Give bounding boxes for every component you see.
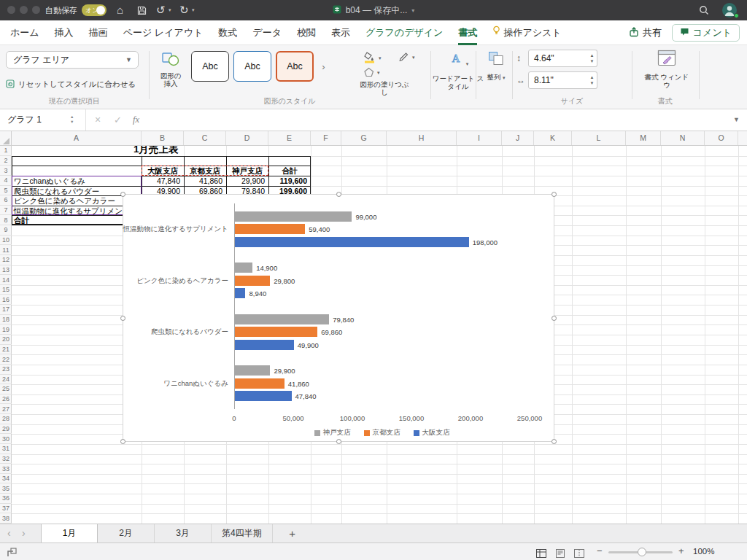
- column-header-C[interactable]: C: [184, 131, 226, 145]
- column-header-G[interactable]: G: [341, 131, 387, 145]
- zoom-button[interactable]: [32, 6, 40, 14]
- close-button[interactable]: [7, 6, 15, 14]
- tab-データ[interactable]: データ: [252, 20, 282, 45]
- row-header-31[interactable]: 31: [0, 444, 12, 454]
- select-all-corner[interactable]: [0, 131, 12, 146]
- row-header-9[interactable]: 9: [0, 225, 12, 236]
- shape-fill-button[interactable]: ▾: [363, 51, 382, 65]
- format-pane-button[interactable]: 書式 ウィンドウ: [636, 50, 697, 89]
- row-header-18[interactable]: 18: [0, 315, 12, 325]
- width-stepper[interactable]: ▲▼: [587, 71, 597, 89]
- tab-ページ レイアウト[interactable]: ページ レイアウト: [123, 20, 204, 45]
- column-header-N[interactable]: N: [661, 131, 705, 145]
- sheet-nav-next-icon[interactable]: ›: [22, 524, 26, 542]
- row-header-38[interactable]: 38: [0, 513, 12, 524]
- search-icon[interactable]: [699, 5, 709, 18]
- row-header-6[interactable]: 6: [0, 195, 12, 206]
- tab-挿入[interactable]: 挿入: [55, 20, 74, 45]
- undo-icon[interactable]: ↺: [156, 3, 166, 18]
- bar-神戸支店[interactable]: [235, 262, 252, 273]
- shape-outline-button[interactable]: ▾: [398, 51, 415, 63]
- row-header-8[interactable]: 8: [0, 215, 12, 225]
- cell-sheet-title[interactable]: 1月売上表: [133, 146, 243, 154]
- row-header-27[interactable]: 27: [0, 404, 12, 414]
- cell-value[interactable]: 29,900: [226, 176, 265, 186]
- cancel-icon[interactable]: ×: [95, 109, 101, 131]
- autosave-toggle[interactable]: オン: [82, 4, 107, 16]
- cell-header-京都支店[interactable]: 京都支店: [184, 166, 226, 176]
- column-header-J[interactable]: J: [502, 131, 534, 145]
- home-icon[interactable]: ⌂: [117, 3, 123, 18]
- bar-大阪支店[interactable]: [235, 391, 292, 401]
- insert-shapes-button[interactable]: 図形の挿入: [152, 51, 190, 88]
- cell-row-label[interactable]: ピンク色に染めるヘアカラー: [14, 196, 141, 206]
- tab-ホーム[interactable]: ホーム: [10, 20, 39, 45]
- row-header-2[interactable]: 2: [0, 156, 12, 166]
- row-header-14[interactable]: 14: [0, 275, 12, 285]
- sheet-tab-第4四半期[interactable]: 第4四半期: [212, 524, 273, 542]
- tab-グラフのデザイン[interactable]: グラフのデザイン: [365, 20, 443, 45]
- row-header-24[interactable]: 24: [0, 375, 12, 385]
- bar-大阪支店[interactable]: [235, 237, 469, 247]
- column-header-B[interactable]: B: [142, 131, 184, 145]
- tab-表示[interactable]: 表示: [331, 20, 350, 45]
- row-header-22[interactable]: 22: [0, 354, 12, 365]
- doc-title-caret-icon[interactable]: ▾: [411, 7, 414, 14]
- formula-input[interactable]: [152, 109, 727, 131]
- name-box[interactable]: グラフ 1 ▲▼: [0, 109, 86, 131]
- bar-京都支店[interactable]: [235, 327, 317, 337]
- column-header-D[interactable]: D: [226, 131, 268, 145]
- row-header-30[interactable]: 30: [0, 434, 12, 444]
- column-header-I[interactable]: I: [457, 131, 502, 145]
- insert-function-icon[interactable]: fx: [133, 109, 139, 131]
- cell-value[interactable]: 47,840: [142, 176, 180, 186]
- column-header-H[interactable]: H: [387, 131, 457, 145]
- chart-element-dropdown[interactable]: グラフ エリア ▼: [6, 51, 139, 69]
- bar-神戸支店[interactable]: [235, 314, 329, 324]
- row-header-21[interactable]: 21: [0, 345, 12, 355]
- page-layout-view-icon[interactable]: [555, 548, 565, 560]
- zoom-level[interactable]: 100%: [693, 547, 714, 556]
- cell-row-label[interactable]: 恒温動物に進化するサプリメント: [14, 206, 141, 216]
- row-header-13[interactable]: 13: [0, 265, 12, 276]
- chart-handle-s[interactable]: [336, 439, 341, 444]
- chart-handle-n[interactable]: [336, 192, 341, 197]
- cell-row-label[interactable]: ワニchanぬいぐるみ: [14, 176, 141, 186]
- zoom-out-icon[interactable]: −: [597, 545, 603, 556]
- cell-header-神戸支店[interactable]: 神戸支店: [226, 166, 268, 176]
- row-header-3[interactable]: 3: [0, 166, 12, 176]
- tab-描画[interactable]: 描画: [89, 20, 108, 45]
- redo-icon[interactable]: ↻: [179, 3, 189, 18]
- bar-京都支店[interactable]: [235, 276, 270, 286]
- redo-caret-icon[interactable]: ▾: [192, 7, 195, 13]
- row-header-12[interactable]: 12: [0, 255, 12, 265]
- shape-style-3-selected[interactable]: Abc: [276, 51, 314, 82]
- row-header-29[interactable]: 29: [0, 424, 12, 435]
- column-header-O[interactable]: O: [705, 131, 738, 145]
- row-header-23[interactable]: 23: [0, 365, 12, 375]
- column-header-E[interactable]: E: [268, 131, 311, 145]
- normal-view-icon[interactable]: [536, 548, 546, 560]
- style-gallery-more-icon[interactable]: ›: [318, 51, 329, 82]
- tab-数式[interactable]: 数式: [218, 20, 237, 45]
- bar-大阪支店[interactable]: [235, 288, 245, 298]
- row-header-35[interactable]: 35: [0, 483, 12, 494]
- shape-style-1[interactable]: Abc: [191, 51, 229, 82]
- comment-button[interactable]: コメント: [672, 24, 740, 42]
- chart-handle-ne[interactable]: [551, 192, 557, 197]
- row-header-36[interactable]: 36: [0, 494, 12, 504]
- arrange-button[interactable]: 整列 ▾: [481, 51, 511, 82]
- width-field[interactable]: 8.11": [528, 71, 588, 89]
- shape-style-2[interactable]: Abc: [233, 51, 271, 82]
- cell-header-合計[interactable]: 合計: [268, 166, 311, 176]
- chart-handle-se[interactable]: [551, 439, 557, 444]
- chart-handle-nw[interactable]: [120, 192, 125, 197]
- chart-handle-w[interactable]: [120, 316, 125, 321]
- row-header-15[interactable]: 15: [0, 285, 12, 295]
- row-header-34[interactable]: 34: [0, 474, 12, 484]
- row-header-32[interactable]: 32: [0, 454, 12, 464]
- bar-神戸支店[interactable]: [235, 211, 352, 222]
- accessibility-corner-icon[interactable]: [7, 547, 17, 560]
- tab-操作アシスト[interactable]: 操作アシスト: [492, 20, 561, 45]
- shape-effects-button[interactable]: ▾: [363, 67, 380, 79]
